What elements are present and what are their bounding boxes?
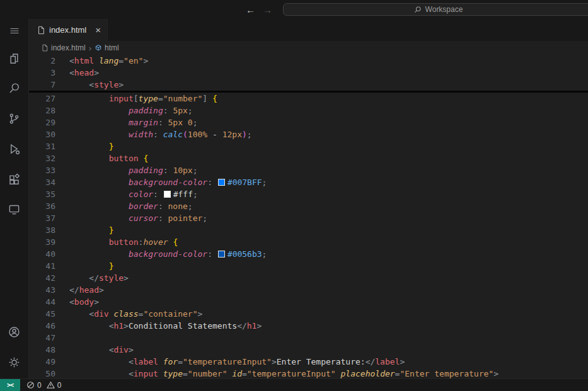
extensions-icon[interactable] <box>0 164 28 194</box>
code-line[interactable]: 44<body> <box>29 296 588 308</box>
line-number: 36 <box>29 200 69 212</box>
status-bar: >< 0 0 <box>0 378 588 391</box>
line-number: 7 <box>29 79 69 91</box>
line-number: 39 <box>29 236 69 248</box>
back-button[interactable]: ← <box>246 5 255 14</box>
problems-status[interactable]: 0 0 <box>26 379 64 391</box>
line-number: 50 <box>29 368 69 378</box>
line-number: 3 <box>29 67 69 79</box>
editor-group: index.html × index.html › <box>29 19 588 378</box>
code-line[interactable]: 50 <input type="number" id="temperatureI… <box>29 368 588 378</box>
search-icon <box>413 6 422 14</box>
line-number: 49 <box>29 356 69 368</box>
run-debug-icon[interactable] <box>0 133 28 164</box>
chevron-right-icon: › <box>89 43 91 53</box>
title-bar: ← → Workspace <box>0 0 588 19</box>
forward-button[interactable]: → <box>263 5 272 14</box>
code-line[interactable]: 39 button:hover { <box>29 236 588 248</box>
breadcrumb-symbol-label: html <box>105 43 119 52</box>
code-line[interactable]: 35 color: #fff; <box>29 188 588 200</box>
html-symbol-icon <box>95 44 102 52</box>
nav-arrows: ← → <box>246 0 272 19</box>
line-number: 47 <box>29 332 69 344</box>
file-icon <box>41 44 49 52</box>
file-icon <box>37 26 45 35</box>
workspace-search-label: Workspace <box>425 5 463 14</box>
line-number: 2 <box>29 55 69 67</box>
code-area: 27 input[type="number"] {28 padding: 5px… <box>29 93 588 378</box>
code-line[interactable]: 43</head> <box>29 284 588 296</box>
code-line[interactable]: 33 padding: 10px; <box>29 164 588 176</box>
breadcrumb-file[interactable]: index.html <box>41 43 86 52</box>
activity-bar <box>0 19 29 378</box>
main-area: index.html × index.html › <box>0 19 588 378</box>
code-line[interactable]: 48 <div> <box>29 344 588 356</box>
vscode-window: ← → Workspace <box>0 0 588 391</box>
tab-bar: index.html × <box>29 19 588 41</box>
source-control-icon[interactable] <box>0 103 28 133</box>
code-line[interactable]: 29 margin: 5px 0; <box>29 116 588 128</box>
sticky-scroll: 2<html lang="en">3<head>7 <style> <box>29 55 588 93</box>
search-sidebar-icon[interactable] <box>0 73 28 103</box>
line-number: 44 <box>29 296 69 308</box>
settings-gear-icon[interactable] <box>0 347 28 377</box>
error-icon <box>26 381 35 389</box>
code-line[interactable]: 28 padding: 5px; <box>29 105 588 116</box>
line-number: 43 <box>29 284 69 296</box>
code-line[interactable]: 27 input[type="number"] { <box>29 93 588 105</box>
line-number: 33 <box>29 164 69 176</box>
code-line[interactable]: 37 cursor: pointer; <box>29 212 588 224</box>
tab-close-icon[interactable]: × <box>95 25 101 35</box>
line-number: 45 <box>29 308 69 320</box>
warning-icon <box>47 381 55 389</box>
code-line[interactable]: 49 <label for="temperatureInput">Enter T… <box>29 356 588 368</box>
explorer-icon[interactable] <box>0 43 28 73</box>
warning-count: 0 <box>57 381 62 390</box>
color-swatch[interactable] <box>218 179 225 186</box>
line-number: 38 <box>29 224 69 236</box>
account-icon[interactable] <box>0 317 28 347</box>
code-line[interactable]: 38 } <box>29 224 588 236</box>
error-count: 0 <box>37 381 42 390</box>
line-number: 30 <box>29 128 69 140</box>
menu-icon[interactable] <box>0 19 28 43</box>
breadcrumb: index.html › html <box>29 41 588 55</box>
code-line[interactable]: 2<html lang="en"> <box>29 55 588 67</box>
code-editor: 2<html lang="en">3<head>7 <style> 27 inp… <box>29 55 588 378</box>
code-line[interactable]: 32 button { <box>29 152 588 164</box>
code-line[interactable]: 7 <style> <box>29 79 588 91</box>
code-line[interactable]: 41 } <box>29 260 588 272</box>
line-number: 46 <box>29 320 69 332</box>
line-number: 48 <box>29 344 69 356</box>
code-line[interactable]: 40 background-color: #0056b3; <box>29 248 588 260</box>
line-number: 34 <box>29 176 69 188</box>
line-number: 28 <box>29 105 69 116</box>
line-number: 42 <box>29 272 69 284</box>
line-number: 32 <box>29 152 69 164</box>
code-line[interactable]: 42 </style> <box>29 272 588 284</box>
remote-indicator[interactable]: >< <box>0 379 20 391</box>
command-center-search[interactable]: Workspace <box>283 3 588 16</box>
line-number: 27 <box>29 93 69 105</box>
code-line[interactable]: 46 <h1>Conditional Statements</h1> <box>29 320 588 332</box>
code-line[interactable]: 36 border: none; <box>29 200 588 212</box>
color-swatch[interactable] <box>218 251 225 258</box>
code-line[interactable]: 47 <box>29 332 588 344</box>
line-number: 31 <box>29 140 69 152</box>
line-number: 37 <box>29 212 69 224</box>
code-line[interactable]: 34 background-color: #007BFF; <box>29 176 588 188</box>
code-line[interactable]: 45 <div class="container"> <box>29 308 588 320</box>
breadcrumb-symbol[interactable]: html <box>95 43 119 52</box>
remote-explorer-icon[interactable] <box>0 194 28 224</box>
line-number: 35 <box>29 188 69 200</box>
tab-label: index.html <box>49 25 86 35</box>
code-line[interactable]: 31 } <box>29 140 588 152</box>
tab-index-html[interactable]: index.html × <box>29 19 108 41</box>
code-line[interactable]: 30 width: calc(100% - 12px); <box>29 128 588 140</box>
line-number: 40 <box>29 248 69 260</box>
code-line[interactable]: 3<head> <box>29 67 588 79</box>
line-number: 41 <box>29 260 69 272</box>
breadcrumb-file-label: index.html <box>51 43 86 52</box>
color-swatch[interactable] <box>164 191 171 198</box>
line-number: 29 <box>29 116 69 128</box>
